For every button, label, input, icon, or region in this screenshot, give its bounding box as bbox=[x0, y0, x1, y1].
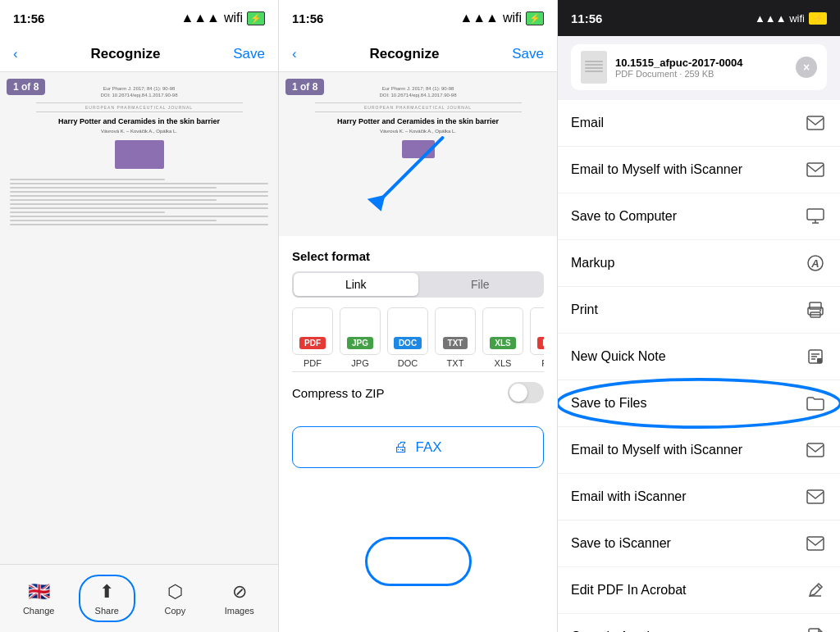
doc-line bbox=[10, 224, 268, 225]
toolbar-change[interactable]: 🇬🇧 Change bbox=[14, 581, 63, 616]
doc-authors-1: Vávrová K. – Kováčik A., Opálka L. bbox=[101, 129, 177, 134]
thumb-line bbox=[585, 61, 603, 62]
save-button-2[interactable]: Save bbox=[512, 46, 544, 62]
doc-title-2: Harry Potter and Ceramides in the skin b… bbox=[337, 117, 499, 127]
save-button-1[interactable]: Save bbox=[233, 46, 265, 62]
status-icons-2: ▲▲▲ wifi ⚡ bbox=[459, 11, 544, 25]
doc-line bbox=[10, 199, 217, 201]
doc-line bbox=[10, 220, 217, 221]
share-item-save-files[interactable]: Save to Files bbox=[558, 380, 840, 427]
format-tabs: Link File bbox=[292, 271, 544, 298]
images-icon: ⊘ bbox=[232, 581, 247, 602]
svg-rect-3 bbox=[807, 209, 824, 220]
share-item-quick-note[interactable]: New Quick Note bbox=[558, 334, 840, 380]
ppt-icon-box: PPT bbox=[530, 307, 544, 355]
share-list: Email Email to Myself with iScanner Save… bbox=[558, 100, 840, 632]
doc-line bbox=[10, 211, 165, 213]
doc-journal-1: EUROPEAN PHARMACEUTICAL JOURNAL bbox=[36, 102, 243, 112]
svg-text:A: A bbox=[810, 257, 819, 270]
doc-authors-2: Vávrová K. – Kováčik A., Opálka L. bbox=[380, 129, 456, 134]
format-txt[interactable]: TXT TXT bbox=[435, 307, 476, 368]
share-label-print: Print bbox=[571, 302, 598, 317]
format-jpg[interactable]: JPG JPG bbox=[340, 307, 381, 368]
share-item-open-acrobat[interactable]: Open in Acrobat 𝒜 bbox=[558, 614, 840, 632]
xls-label: XLS bbox=[495, 358, 512, 368]
save-iscanner-icon bbox=[804, 532, 827, 555]
status-icons-3: ▲▲▲ wifi ⚡ bbox=[755, 12, 827, 25]
copy-icon: ⬡ bbox=[167, 581, 183, 602]
fax-button[interactable]: 🖨 FAX bbox=[292, 426, 544, 468]
format-doc[interactable]: DOC DOC bbox=[387, 307, 428, 368]
svg-rect-19 bbox=[807, 490, 824, 503]
status-icons-1: ▲▲▲ wifi ⚡ bbox=[180, 11, 265, 25]
share-item-email-iscanner[interactable]: Email with iScanner bbox=[558, 474, 840, 521]
share-item-save-iscanner[interactable]: Save to iScanner bbox=[558, 521, 840, 567]
pdf-icon-box: PDF bbox=[292, 307, 333, 355]
toolbar-copy[interactable]: ⬡ Copy bbox=[150, 581, 199, 616]
email-iscanner-icon bbox=[804, 485, 827, 508]
share-item-save-computer[interactable]: Save to Computer bbox=[558, 193, 840, 240]
xls-badge: XLS bbox=[490, 337, 515, 349]
panel3-header: 10.1515_afpuc-2017-0004 PDF Document · 2… bbox=[558, 36, 840, 100]
format-ppt[interactable]: PPT PPT bbox=[530, 307, 544, 368]
quick-note-icon bbox=[804, 345, 827, 368]
doc-line bbox=[10, 183, 268, 184]
doc-header-2: Eur Pharm J. 2017; 84 (1): 90-98DOI: 10.… bbox=[379, 85, 456, 99]
tab-link[interactable]: Link bbox=[294, 273, 418, 296]
back-button-1[interactable]: ‹ bbox=[13, 46, 18, 62]
status-time-3: 11:56 bbox=[571, 11, 602, 25]
compress-toggle[interactable] bbox=[508, 382, 544, 403]
battery-icon-3: ⚡ bbox=[809, 12, 827, 25]
doc-line bbox=[10, 187, 217, 189]
doc-badge: DOC bbox=[394, 337, 422, 349]
ppt-badge: PPT bbox=[537, 337, 544, 349]
share-item-email[interactable]: Email bbox=[558, 100, 840, 147]
svg-point-11 bbox=[819, 310, 821, 311]
share-item-edit-acrobat[interactable]: Edit PDF In Acrobat bbox=[558, 567, 840, 614]
panel-3: 11:56 ▲▲▲ wifi ⚡ 10.1515_afpuc-2017-0004… bbox=[558, 0, 840, 632]
signal-icon-1: ▲▲▲ bbox=[180, 11, 220, 25]
wifi-icon-1: wifi bbox=[224, 11, 243, 25]
txt-badge: TXT bbox=[443, 337, 468, 349]
ppt-label: PPT bbox=[541, 358, 544, 368]
status-bar-3: 11:56 ▲▲▲ wifi ⚡ bbox=[558, 0, 840, 36]
toolbar-images[interactable]: ⊘ Images bbox=[215, 581, 264, 616]
compress-label: Compress to ZIP bbox=[292, 386, 385, 400]
doc-area-2: 1 of 8 Eur Pharm J. 2017; 84 (1): 90-98D… bbox=[279, 72, 557, 236]
battery-icon-2: ⚡ bbox=[526, 11, 544, 25]
doc-meta: PDF Document · 259 KB bbox=[615, 69, 788, 79]
xls-icon-box: XLS bbox=[482, 307, 523, 355]
doc-label: DOC bbox=[398, 358, 418, 368]
share-label-save-iscanner: Save to iScanner bbox=[571, 536, 671, 551]
share-label-save-files: Save to Files bbox=[571, 396, 646, 411]
email-myself-icon bbox=[804, 158, 827, 181]
share-item-email-myself-2[interactable]: Email to Myself with iScanner bbox=[558, 427, 840, 474]
open-acrobat-icon: 𝒜 bbox=[804, 625, 827, 632]
email-icon bbox=[804, 111, 827, 134]
images-label: Images bbox=[225, 606, 254, 616]
format-xls[interactable]: XLS XLS bbox=[482, 307, 523, 368]
pdf-label: PDF bbox=[304, 358, 322, 368]
nav-title-1: Recognize bbox=[90, 46, 160, 62]
doc-header-1: Eur Pharm J. 2017; 84 (1): 90-98DOI: 10.… bbox=[100, 85, 177, 99]
share-label-email: Email bbox=[571, 116, 604, 130]
close-button[interactable]: × bbox=[796, 57, 817, 78]
page-badge-1: 1 of 8 bbox=[7, 79, 45, 95]
panel-2: 11:56 ▲▲▲ wifi ⚡ ‹ Recognize Save 1 of 8… bbox=[279, 0, 558, 632]
svg-rect-8 bbox=[810, 302, 821, 309]
toolbar-share[interactable]: ⬆ Share bbox=[79, 575, 135, 622]
format-pdf[interactable]: PDF PDF bbox=[292, 307, 333, 368]
share-label-email-myself: Email to Myself with iScanner bbox=[571, 162, 742, 177]
back-button-2[interactable]: ‹ bbox=[292, 46, 297, 62]
share-item-email-myself[interactable]: Email to Myself with iScanner bbox=[558, 147, 840, 193]
tab-file[interactable]: File bbox=[418, 273, 543, 296]
doc-info-text: 10.1515_afpuc-2017-0004 PDF Document · 2… bbox=[615, 57, 788, 79]
svg-rect-20 bbox=[807, 537, 824, 550]
share-item-print[interactable]: Print bbox=[558, 287, 840, 334]
fax-icon: 🖨 bbox=[394, 439, 409, 456]
nav-bar-2: ‹ Recognize Save bbox=[279, 36, 557, 72]
svg-rect-16 bbox=[817, 358, 822, 363]
doc-line bbox=[10, 203, 268, 205]
doc-line bbox=[10, 207, 268, 209]
share-item-markup[interactable]: Markup A bbox=[558, 240, 840, 287]
